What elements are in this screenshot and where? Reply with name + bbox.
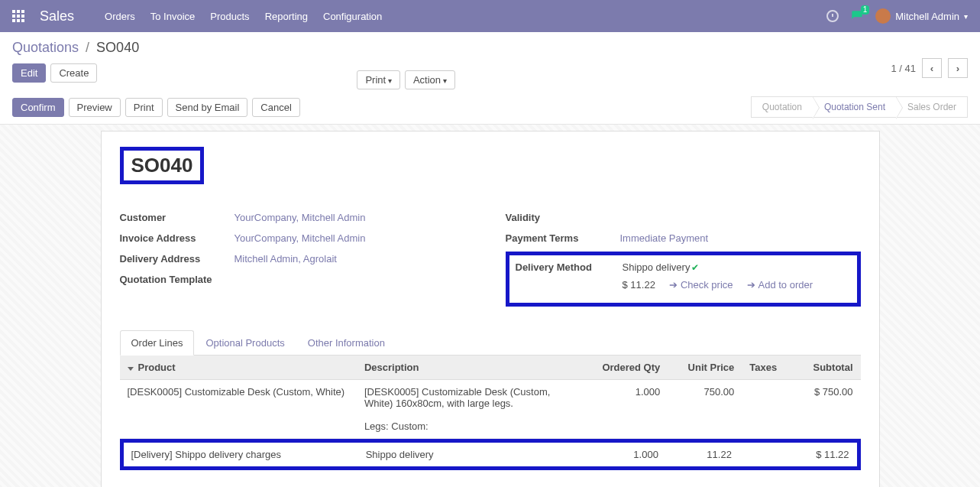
col-taxes[interactable]: Taxes <box>742 356 786 380</box>
tab-other-information[interactable]: Other Information <box>296 330 396 356</box>
customer-label: Customer <box>120 212 234 223</box>
status-sales-order[interactable]: Sales Order <box>896 96 968 118</box>
order-lines-table: Product Description Ordered Qty Unit Pri… <box>120 356 861 439</box>
user-name: Mitchell Admin <box>895 11 959 22</box>
cell-description: [DESK0005] Customizable Desk (Custom, Wh… <box>357 380 579 439</box>
add-to-order-link[interactable]: ➔ Add to order <box>747 279 813 291</box>
breadcrumb-parent[interactable]: Quotations <box>12 40 79 55</box>
nav-links: Orders To Invoice Products Reporting Con… <box>105 11 382 22</box>
cell-taxes <box>739 443 784 466</box>
chevron-down-icon: ▾ <box>964 12 968 21</box>
chat-icon[interactable]: 1 <box>851 10 863 22</box>
cell-taxes <box>742 380 786 439</box>
cell-subtotal: $ 11.22 <box>783 443 856 466</box>
action-row: Confirm Preview Print Send by Email Canc… <box>0 90 980 125</box>
delivery-method-highlight: Delivery Method Shippo delivery✔ $ 11.22… <box>506 252 861 307</box>
action-dropdown[interactable]: Action <box>405 70 455 89</box>
nav-products[interactable]: Products <box>210 11 249 22</box>
delivery-address-label: Delivery Address <box>120 253 234 265</box>
record-title-highlight: SO040 <box>120 147 205 184</box>
delivery-method-value[interactable]: Shippo delivery <box>623 261 691 273</box>
payment-terms-value[interactable]: Immediate Payment <box>620 232 861 244</box>
tab-optional-products[interactable]: Optional Products <box>194 330 296 356</box>
pager-next-button[interactable]: › <box>948 58 968 78</box>
col-product[interactable]: Product <box>120 356 357 380</box>
quotation-template-label: Quotation Template <box>120 274 234 285</box>
customer-value[interactable]: YourCompany, Mitchell Admin <box>234 212 475 223</box>
top-navbar: Sales Orders To Invoice Products Reporti… <box>0 0 980 32</box>
cell-product: [DESK0005] Customizable Desk (Custom, Wh… <box>120 380 357 439</box>
check-price-link[interactable]: ➔ Check price <box>669 279 733 291</box>
quotation-template-value <box>234 274 475 285</box>
avatar <box>875 8 891 24</box>
form-left-column: Customer YourCompany, Mitchell Admin Inv… <box>120 207 475 307</box>
breadcrumb-current: SO040 <box>96 40 139 55</box>
payment-terms-label: Payment Terms <box>506 232 620 244</box>
delivery-address-value[interactable]: Mitchell Admin, Agrolait <box>234 253 475 265</box>
status-quotation[interactable]: Quotation <box>751 96 813 118</box>
create-button[interactable]: Create <box>50 63 97 83</box>
cell-qty: 1.000 <box>579 380 668 439</box>
col-qty[interactable]: Ordered Qty <box>579 356 668 380</box>
edit-button[interactable]: Edit <box>12 63 46 83</box>
col-description[interactable]: Description <box>357 356 579 380</box>
delivery-method-label: Delivery Method <box>516 261 623 291</box>
invoice-address-value[interactable]: YourCompany, Mitchell Admin <box>234 232 475 244</box>
tab-order-lines[interactable]: Order Lines <box>120 330 195 356</box>
table-header-row: Product Description Ordered Qty Unit Pri… <box>120 356 861 380</box>
arrow-right-icon: ➔ <box>669 279 678 291</box>
nav-configuration[interactable]: Configuration <box>323 11 382 22</box>
invoice-address-label: Invoice Address <box>120 232 234 244</box>
user-menu[interactable]: Mitchell Admin ▾ <box>875 8 968 24</box>
delivery-price: $ 11.22 <box>623 279 655 291</box>
print-button[interactable]: Print <box>125 98 163 117</box>
form-right-column: Validity Payment Terms Immediate Payment… <box>506 207 861 307</box>
chat-badge: 1 <box>861 5 870 15</box>
status-bar: Quotation Quotation Sent Sales Order <box>752 96 968 118</box>
validity-value <box>620 212 861 223</box>
cell-qty: 1.000 <box>578 443 666 466</box>
pager-text: 1 / 41 <box>891 63 916 74</box>
table-row[interactable]: [DESK0005] Customizable Desk (Custom, Wh… <box>120 380 861 439</box>
validity-label: Validity <box>506 212 620 223</box>
clock-icon[interactable] <box>826 10 839 22</box>
nav-to-invoice[interactable]: To Invoice <box>150 11 196 22</box>
cell-unit-price: 11.22 <box>666 443 739 466</box>
confirm-button[interactable]: Confirm <box>12 98 64 117</box>
cancel-button[interactable]: Cancel <box>252 98 299 117</box>
table-row[interactable]: [Delivery] Shippo delivery charges Shipp… <box>124 443 857 466</box>
print-dropdown[interactable]: Print <box>357 70 400 89</box>
notebook-tabs: Order Lines Optional Products Other Info… <box>120 330 861 356</box>
pager-prev-button[interactable]: ‹ <box>922 58 942 78</box>
form-sheet: SO040 Customer YourCompany, Mitchell Adm… <box>101 131 880 487</box>
status-quotation-sent[interactable]: Quotation Sent <box>813 96 897 118</box>
preview-button[interactable]: Preview <box>69 98 121 117</box>
cell-product: [Delivery] Shippo delivery charges <box>124 443 358 466</box>
nav-reporting[interactable]: Reporting <box>265 11 308 22</box>
cell-subtotal: $ 750.00 <box>786 380 860 439</box>
apps-grid-icon[interactable] <box>12 10 24 22</box>
delivery-line-highlight: [Delivery] Shippo delivery charges Shipp… <box>120 439 861 470</box>
check-icon: ✔ <box>691 262 699 273</box>
nav-orders[interactable]: Orders <box>105 11 135 22</box>
send-email-button[interactable]: Send by Email <box>167 98 248 117</box>
breadcrumb: Quotations / SO040 <box>12 40 139 56</box>
chevron-down-icon <box>128 367 134 371</box>
cell-unit-price: 750.00 <box>668 380 742 439</box>
col-unit-price[interactable]: Unit Price <box>668 356 742 380</box>
record-title: SO040 <box>131 154 193 177</box>
cell-description: Shippo delivery <box>358 443 578 466</box>
arrow-right-icon: ➔ <box>747 279 755 291</box>
app-brand[interactable]: Sales <box>40 8 74 24</box>
col-subtotal[interactable]: Subtotal <box>786 356 860 380</box>
